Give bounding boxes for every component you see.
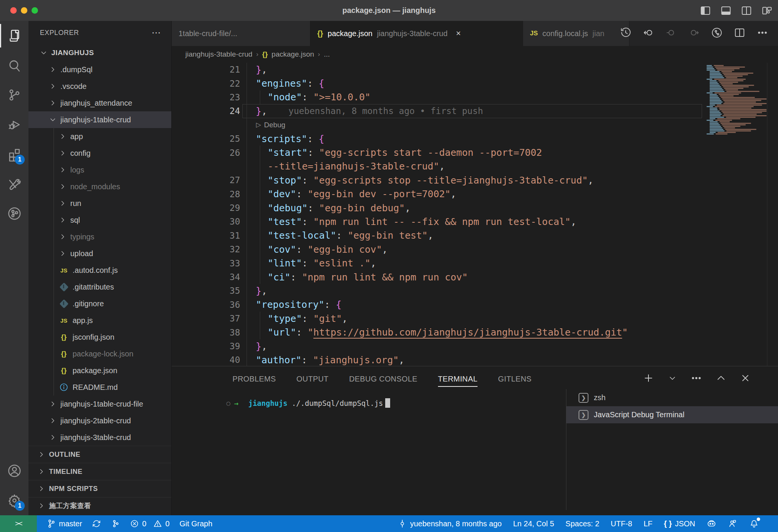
previous-change-icon[interactable] [643,27,654,40]
code-line-wrap[interactable]: --title=jianghujs-3table-crud", [172,160,778,173]
code-line-26[interactable]: 26"start": "egg-scripts start --daemon -… [172,146,778,159]
tree-folder-jianghujs_attendance[interactable]: jianghujs_attendance [28,95,171,111]
minimize-window-button[interactable] [21,7,27,14]
maximize-panel-icon[interactable] [716,373,726,385]
tree-folder-upload[interactable]: upload [28,245,171,262]
close-window-button[interactable] [10,7,17,14]
minimap[interactable] [705,65,767,135]
breadcrumb-folder[interactable]: jianghujs-3table-crud [185,50,252,59]
toggle-sidebar-icon[interactable] [700,5,711,16]
status-json[interactable]: { }JSON [664,519,695,528]
status-graph[interactable] [111,519,120,528]
tree-file-app.js[interactable]: JSapp.js [28,312,171,329]
code-line-37[interactable]: 37"type": "git", [172,312,778,325]
tree-file-package-lock.json[interactable]: {}package-lock.json [28,345,171,362]
tree-folder-jianghujs-2table-crud[interactable]: jianghujs-2table-crud [28,412,171,429]
tree-folder-node_modules[interactable]: node_modules [28,178,171,195]
sidebar-section-OUTLINE[interactable]: OUTLINE [28,446,171,463]
activity-extensions-icon[interactable]: 1 [0,139,28,169]
code-line-30[interactable]: 30"test": "npm run lint -- --fix && npm … [172,215,778,228]
command-decoration-icon[interactable]: ○ [226,399,230,407]
codelens-debug-link[interactable]: ▷Debug [172,118,778,132]
split-editor-icon[interactable] [741,5,752,16]
activity-tools-icon[interactable] [0,169,28,199]
tree-file-jsconfig.json[interactable]: {}jsconfig.json [28,329,171,345]
code-line-27[interactable]: 27"stop": "egg-scripts stop --title=jian… [172,173,778,187]
editor-tab-1table-crud-file-...[interactable]: 1table-crud-file/... [172,21,310,46]
code-line-29[interactable]: 29"debug": "egg-bin debug", [172,201,778,215]
activity-accounts-icon[interactable] [0,456,28,486]
code-line-39[interactable]: 39}, [172,339,778,353]
zoom-window-button[interactable] [32,7,38,14]
panel-tab-output[interactable]: OUTPUT [296,366,329,391]
activity-run-and-debug-icon[interactable] [0,110,28,139]
git-graph-icon[interactable] [711,27,723,40]
status-feedback[interactable] [728,519,738,529]
code-line-21[interactable]: 21}, [172,63,778,76]
editor-tab-config.local.js[interactable]: JSconfig.local.jsjian [523,21,629,46]
tree-folder-jianghujs-3table-crud[interactable]: jianghujs-3table-crud [28,429,171,446]
terminal-view[interactable]: ○ → jianghujs ./.dumpSql/dumpSql.js [172,391,566,515]
more-icon[interactable] [757,27,768,40]
panel-tab-debug-console[interactable]: DEBUG CONSOLE [349,366,417,391]
terminal-dropdown-icon[interactable] [668,374,677,384]
sidebar-section-TIMELINE[interactable]: TIMELINE [28,463,171,480]
code-line-31[interactable]: 31"test-local": "egg-bin test", [172,229,778,242]
remote-indicator[interactable]: >< [0,515,37,532]
tree-folder-config[interactable]: config [28,145,171,162]
tree-file-package.json[interactable]: {}package.json [28,362,171,379]
code-line-38[interactable]: 38"url": "https://github.com/jianghujs/j… [172,325,778,339]
status-spaces-2[interactable]: Spaces: 2 [566,519,599,528]
panel-tab-problems[interactable]: PROBLEMS [232,366,276,391]
terminal-instance-zsh[interactable]: ❯zsh [566,389,778,406]
tree-folder-app[interactable]: app [28,128,171,145]
activity-search-icon[interactable] [0,51,28,80]
tree-folder-.vscode[interactable]: .vscode [28,78,171,95]
tree-folder-run[interactable]: run [28,195,171,212]
tree-file-README.md[interactable]: README.md [28,379,171,396]
customize-layout-icon[interactable] [761,5,773,16]
toggle-panel-icon[interactable] [720,5,732,16]
status-copilot[interactable] [707,519,716,529]
breadcrumb[interactable]: jianghujs-3table-crud › {} package.json … [172,46,778,63]
code-line-35[interactable]: 35}, [172,284,778,298]
sidebar-section-施工方案查看[interactable]: 施工方案查看 [28,497,171,514]
breadcrumb-ellipsis[interactable]: ... [324,50,330,59]
explorer-more-icon[interactable]: ⋯ [152,27,161,38]
status-git-graph[interactable]: Git Graph [179,519,212,528]
status-lf[interactable]: LF [644,519,652,528]
terminal-instance-javascript-debug-terminal[interactable]: ❯JavaScript Debug Terminal [566,406,778,423]
activity-explorer-icon[interactable] [0,21,28,51]
tree-file-.gitignore[interactable]: .gitignore [28,295,171,312]
panel-tab-gitlens[interactable]: GITLENS [498,366,531,391]
status-sync[interactable] [92,519,101,528]
split-editor-icon[interactable] [734,27,745,40]
tree-file-.gitattributes[interactable]: .gitattributes [28,279,171,295]
tree-folder-sql[interactable]: sql [28,212,171,228]
code-editor[interactable]: 21},22"engines": {23"node": ">=10.0.0"24… [172,63,778,366]
tree-folder-logs[interactable]: logs [28,162,171,178]
activity-settings-icon[interactable]: 1 [0,486,28,515]
code-line-32[interactable]: 32"cov": "egg-bin cov", [172,242,778,256]
close-panel-icon[interactable] [740,373,751,385]
status-master[interactable]: master [47,519,82,528]
tree-folder-jianghujs-1table-crud[interactable]: jianghujs-1table-crud [28,111,171,128]
new-terminal-icon[interactable] [643,372,654,385]
activity-source-control-icon[interactable] [0,80,28,110]
panel-tab-terminal[interactable]: TERMINAL [438,366,478,391]
status-utf-8[interactable]: UTF-8 [611,519,633,528]
code-line-23[interactable]: 23"node": ">=10.0.0" [172,90,778,104]
code-line-36[interactable]: 36"repository": { [172,298,778,312]
tree-file-.autod.conf.js[interactable]: JS.autod.conf.js [28,262,171,279]
change-dim-left-icon[interactable] [666,27,677,40]
tree-folder-typings[interactable]: typings [28,228,171,245]
code-line-40[interactable]: 40"author": "jianghujs.org", [172,353,778,366]
code-line-33[interactable]: 33"lint": "eslint .", [172,256,778,270]
editor-tab-package.json[interactable]: {}package.jsonjianghujs-3table-crud× [310,21,523,46]
status-ln-24-col-5[interactable]: Ln 24, Col 5 [513,519,554,528]
code-line-22[interactable]: 22"engines": { [172,76,778,90]
tree-root-jianghujs[interactable]: JIANGHUJS [28,44,171,61]
code-line-28[interactable]: 28"dev": "egg-bin dev --port=7002", [172,187,778,201]
close-tab-icon[interactable]: × [456,28,461,38]
status-yuebenshan-8-months-ago[interactable]: yuebenshan, 8 months ago [398,519,501,528]
